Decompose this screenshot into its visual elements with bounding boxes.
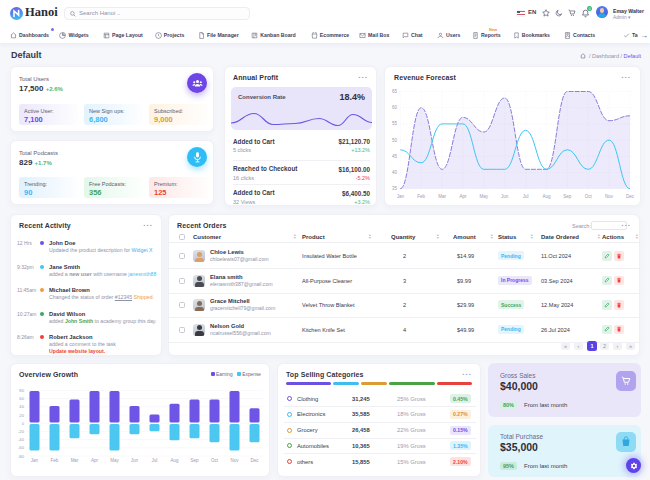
svg-text:0: 0 bbox=[22, 421, 25, 426]
svg-text:-60: -60 bbox=[18, 445, 25, 450]
svg-text:May: May bbox=[110, 458, 119, 463]
svg-text:Feb: Feb bbox=[417, 194, 425, 199]
svg-text:Mar: Mar bbox=[71, 458, 79, 463]
svg-text:80: 80 bbox=[19, 388, 24, 393]
svg-text:40: 40 bbox=[19, 404, 24, 409]
svg-text:Jun: Jun bbox=[501, 194, 509, 199]
svg-text:Oct: Oct bbox=[585, 194, 593, 199]
svg-text:Apr: Apr bbox=[459, 194, 467, 199]
svg-text:Mar: Mar bbox=[438, 194, 446, 199]
svg-text:May: May bbox=[480, 194, 489, 199]
svg-text:Dec: Dec bbox=[626, 194, 635, 199]
svg-text:50: 50 bbox=[392, 138, 398, 143]
svg-text:Oct: Oct bbox=[211, 458, 219, 463]
svg-text:Jul: Jul bbox=[523, 194, 529, 199]
svg-text:Apr: Apr bbox=[91, 458, 99, 463]
svg-text:60: 60 bbox=[392, 105, 398, 110]
svg-text:Nov: Nov bbox=[230, 458, 239, 463]
svg-text:Jul: Jul bbox=[152, 458, 158, 463]
svg-text:Jun: Jun bbox=[131, 458, 139, 463]
svg-text:35: 35 bbox=[392, 186, 398, 191]
svg-text:Aug: Aug bbox=[542, 194, 551, 199]
svg-text:20: 20 bbox=[19, 413, 24, 418]
svg-text:Sep: Sep bbox=[563, 194, 572, 199]
svg-text:-80: -80 bbox=[18, 454, 25, 459]
svg-text:Dec: Dec bbox=[250, 458, 259, 463]
svg-text:40: 40 bbox=[392, 170, 398, 175]
svg-text:65: 65 bbox=[392, 89, 398, 94]
svg-text:Jan: Jan bbox=[397, 194, 405, 199]
svg-text:Nov: Nov bbox=[605, 194, 614, 199]
svg-text:55: 55 bbox=[392, 121, 398, 126]
svg-text:Feb: Feb bbox=[51, 458, 59, 463]
svg-text:-40: -40 bbox=[18, 437, 25, 442]
svg-text:-20: -20 bbox=[18, 429, 25, 434]
svg-text:Jan: Jan bbox=[31, 458, 39, 463]
svg-text:45: 45 bbox=[392, 154, 398, 159]
svg-text:60: 60 bbox=[19, 396, 24, 401]
svg-text:Aug: Aug bbox=[170, 458, 179, 463]
svg-text:Sep: Sep bbox=[190, 458, 199, 463]
